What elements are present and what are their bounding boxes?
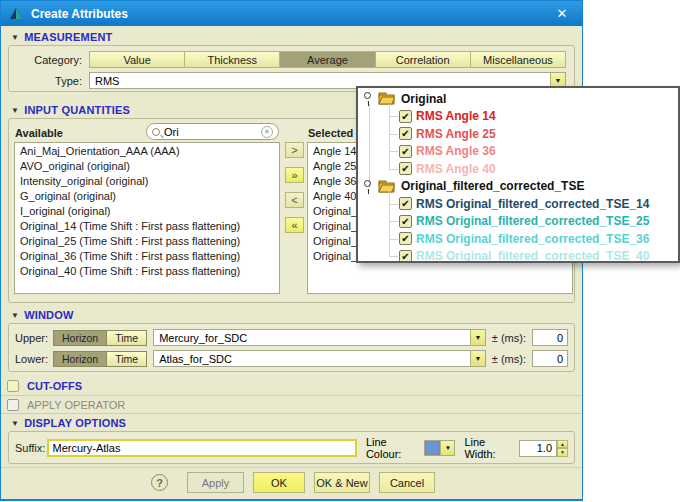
tree-item[interactable]: ✔ RMS Original_filtered_corrected_TSE_25 xyxy=(358,213,678,231)
line-colour-swatch[interactable] xyxy=(425,441,440,455)
category-average-button[interactable]: Average xyxy=(280,51,375,68)
dropdown-arrow-icon[interactable]: ▼ xyxy=(440,441,454,455)
collapse-toggle-icon[interactable]: ▼ xyxy=(11,33,19,42)
upper-horizon-value: Mercury_for_SDC xyxy=(159,332,247,344)
search-input[interactable] xyxy=(164,126,257,138)
checked-checkbox-icon[interactable]: ✔ xyxy=(399,127,412,140)
spin-up-icon[interactable]: ▲ xyxy=(557,440,568,449)
list-item[interactable]: Original_14 (Time Shift : First pass fla… xyxy=(15,219,279,234)
checked-checkbox-icon[interactable]: ✔ xyxy=(399,162,412,175)
available-list: Ani_Maj_Orientation_AAA (AAA) AVO_origin… xyxy=(14,142,280,294)
cancel-button[interactable]: Cancel xyxy=(379,472,435,493)
category-miscellaneous-button[interactable]: Miscellaneous xyxy=(471,51,566,68)
available-label: Available xyxy=(15,127,63,139)
line-colour-label: Line Colour: xyxy=(366,436,419,460)
category-correlation-button[interactable]: Correlation xyxy=(376,51,471,68)
apply-button[interactable]: Apply xyxy=(187,472,244,493)
collapse-toggle-icon[interactable]: ▼ xyxy=(11,311,19,320)
tree-group-label: Original xyxy=(401,92,446,106)
list-item[interactable]: I_original (original) xyxy=(15,204,279,219)
upper-label: Upper: xyxy=(15,332,53,344)
checked-checkbox-icon[interactable]: ✔ xyxy=(399,232,412,245)
lower-horizon-toggle[interactable]: Horizon xyxy=(53,351,107,367)
attribute-tree-popup: Original ✔ RMS Angle 14 ✔ RMS Angle 25 ✔… xyxy=(356,86,680,263)
checked-checkbox-icon[interactable]: ✔ xyxy=(399,250,412,263)
divider xyxy=(1,413,582,414)
lower-horizon-dropdown[interactable]: Atlas_for_SDC ▼ xyxy=(153,350,486,367)
checked-checkbox-icon[interactable]: ✔ xyxy=(399,197,412,210)
lower-time-toggle[interactable]: Time xyxy=(107,351,147,367)
apply-operator-checkbox[interactable] xyxy=(7,399,19,411)
tree-item[interactable]: ✔ RMS Original_filtered_corrected_TSE_40 xyxy=(358,248,678,264)
list-item[interactable]: G_original (original) xyxy=(15,189,279,204)
tree-group-original-filtered[interactable]: Original_filtered_corrected_TSE xyxy=(358,178,678,196)
window-groupbox: Upper: Horizon Time Mercury_for_SDC ▼ ± … xyxy=(8,323,575,372)
collapse-toggle-icon[interactable]: ▼ xyxy=(11,106,19,115)
add-selected-button[interactable]: > xyxy=(285,142,304,158)
close-icon[interactable]: ✕ xyxy=(550,4,574,24)
tree-item[interactable]: ✔ RMS Original_filtered_corrected_TSE_14 xyxy=(358,195,678,213)
category-value-button[interactable]: Value xyxy=(89,51,185,68)
spin-down-icon[interactable]: ▼ xyxy=(557,448,568,457)
tree-item[interactable]: ✔ RMS Original_filtered_corrected_TSE_36 xyxy=(358,230,678,248)
remove-all-button[interactable]: « xyxy=(285,217,304,233)
selected-label: Selected xyxy=(308,127,353,139)
help-icon[interactable]: ? xyxy=(151,474,168,491)
lower-pm-label: ± (ms): xyxy=(492,353,526,365)
remove-selected-button[interactable]: < xyxy=(285,192,304,208)
tree-item[interactable]: ✔ RMS Angle 36 xyxy=(358,143,678,161)
upper-pm-label: ± (ms): xyxy=(492,332,526,344)
dropdown-arrow-icon[interactable]: ▼ xyxy=(470,330,485,345)
tree-group-label: Original_filtered_corrected_TSE xyxy=(401,179,584,193)
tree-item-label: RMS Original_filtered_corrected_TSE_14 xyxy=(416,197,649,211)
cut-offs-label: CUT-OFFS xyxy=(27,380,82,392)
checked-checkbox-icon[interactable]: ✔ xyxy=(399,110,412,123)
title-bar: Create Attributes ✕ xyxy=(1,1,582,26)
tree-group-original[interactable]: Original xyxy=(358,90,678,108)
display-options-header-label: DISPLAY OPTIONS xyxy=(24,417,126,429)
expand-node-icon[interactable] xyxy=(363,179,374,194)
ok-and-new-button[interactable]: OK & New xyxy=(314,472,370,493)
category-segmented-control: Value Thickness Average Correlation Misc… xyxy=(89,51,566,68)
tree-item-label: RMS Angle 14 xyxy=(416,109,496,123)
category-thickness-button[interactable]: Thickness xyxy=(185,51,280,68)
checked-checkbox-icon[interactable]: ✔ xyxy=(399,145,412,158)
upper-horizon-toggle[interactable]: Horizon xyxy=(53,330,107,346)
list-item[interactable]: Intensity_original (original) xyxy=(15,174,279,189)
add-all-button[interactable]: » xyxy=(285,167,304,183)
measurement-header-label: MEASUREMENT xyxy=(24,31,112,43)
window-header-label: WINDOW xyxy=(24,309,73,321)
cut-offs-checkbox[interactable] xyxy=(7,380,19,392)
list-item[interactable]: Original_36 (Time Shift : First pass fla… xyxy=(15,249,279,264)
lower-pm-input[interactable]: 0 xyxy=(532,350,568,367)
list-item[interactable]: Ani_Maj_Orientation_AAA (AAA) xyxy=(15,144,279,159)
app-logo-icon xyxy=(9,7,23,20)
apply-operator-label: APPLY OPERATOR xyxy=(27,399,125,411)
upper-pm-input[interactable]: 0 xyxy=(532,329,568,346)
ok-button[interactable]: OK xyxy=(253,472,305,493)
expand-node-icon[interactable] xyxy=(363,91,374,106)
tree-children: ✔ RMS Original_filtered_corrected_TSE_14… xyxy=(358,195,678,263)
tree-item-label: RMS Original_filtered_corrected_TSE_36 xyxy=(416,232,649,246)
window-title: Create Attributes xyxy=(31,7,128,21)
folder-icon xyxy=(378,92,395,105)
collapse-toggle-icon[interactable]: ▼ xyxy=(11,419,19,428)
upper-horizon-dropdown[interactable]: Mercury_for_SDC ▼ xyxy=(153,329,486,346)
list-item[interactable]: Original_40 (Time Shift : First pass fla… xyxy=(15,264,279,279)
list-item[interactable]: AVO_original (original) xyxy=(15,159,279,174)
line-width-input[interactable]: 1.0 xyxy=(519,440,557,457)
input-quantities-header-label: INPUT QUANTITIES xyxy=(24,104,130,116)
tree-item[interactable]: ✔ RMS Angle 25 xyxy=(358,125,678,143)
tree-item[interactable]: ✔ RMS Angle 40 xyxy=(358,160,678,178)
type-value: RMS xyxy=(95,75,119,87)
search-box[interactable]: ✕ xyxy=(146,123,279,140)
list-item[interactable]: Original_25 (Time Shift : First pass fla… xyxy=(15,234,279,249)
upper-time-toggle[interactable]: Time xyxy=(107,330,147,346)
dropdown-arrow-icon[interactable]: ▼ xyxy=(470,351,485,366)
checked-checkbox-icon[interactable]: ✔ xyxy=(399,215,412,228)
suffix-input[interactable] xyxy=(47,439,357,457)
clear-search-icon[interactable]: ✕ xyxy=(261,126,273,138)
line-colour-picker[interactable]: ▼ xyxy=(424,440,455,456)
category-label: Category: xyxy=(9,54,89,66)
tree-item[interactable]: ✔ RMS Angle 14 xyxy=(358,108,678,126)
